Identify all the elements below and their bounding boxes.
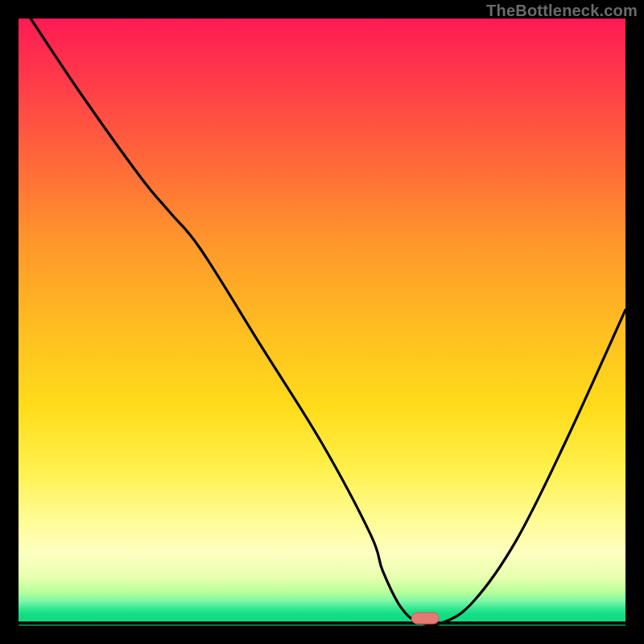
bottleneck-curve [19,19,625,625]
plot-area [19,19,625,625]
optimum-marker [411,613,439,624]
watermark-text: TheBottleneck.com [486,2,638,20]
curve-path [31,19,625,625]
chart-frame: TheBottleneck.com [0,0,644,644]
